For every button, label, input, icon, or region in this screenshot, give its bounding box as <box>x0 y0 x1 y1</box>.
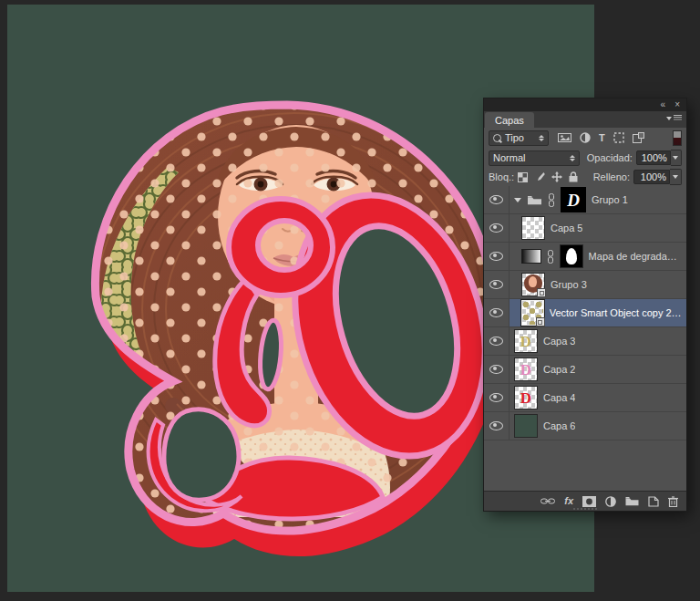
group-expand-triangle[interactable] <box>514 198 521 202</box>
filter-type-label: Tipo <box>505 132 524 143</box>
spin-arrows-icon <box>570 155 575 161</box>
layer-row-grupo-3[interactable]: Grupo 3 <box>484 271 686 299</box>
delete-layer-trash-icon[interactable] <box>668 496 678 507</box>
eye-icon <box>489 195 503 204</box>
layer-thumbnail[interactable] <box>521 216 545 240</box>
layer-thumbnail[interactable] <box>514 414 538 438</box>
visibility-toggle[interactable] <box>484 356 510 383</box>
panel-menu-icon[interactable] <box>666 115 682 121</box>
eye-icon <box>489 280 503 289</box>
fill-value[interactable]: 100% <box>633 170 670 184</box>
eye-icon <box>489 421 503 430</box>
tab-capas[interactable]: Capas <box>485 112 534 128</box>
lock-position-move-icon[interactable] <box>551 171 562 182</box>
layer-row-capa-5[interactable]: Capa 5 <box>484 214 686 243</box>
visibility-toggle[interactable] <box>484 186 510 213</box>
visibility-toggle[interactable] <box>484 299 510 326</box>
group-badge-icon <box>537 288 546 297</box>
group-folder-icon <box>527 195 542 205</box>
layer-name: Capa 2 <box>543 364 575 375</box>
new-adjustment-layer-icon[interactable] <box>605 496 616 507</box>
new-layer-icon[interactable] <box>648 496 659 507</box>
layer-name: Grupo 3 <box>551 279 587 290</box>
layer-row-capa-2[interactable]: D Capa 2 <box>484 356 686 384</box>
eye-icon <box>489 308 503 317</box>
lock-all-icon[interactable] <box>569 171 578 182</box>
add-layer-mask-icon[interactable] <box>582 496 596 507</box>
layer-name: Capa 4 <box>543 392 575 403</box>
spin-arrows-icon <box>539 135 544 141</box>
layer-name: Capa 5 <box>551 223 582 233</box>
blend-mode-select[interactable]: Normal <box>489 150 580 166</box>
filter-type-layers-icon[interactable]: T <box>599 132 605 143</box>
layer-name: Vector Smart Object copy 2 copi... <box>550 307 682 318</box>
layer-name: Capa 6 <box>543 420 575 431</box>
mask-link-icon <box>547 250 554 264</box>
lock-label: Bloq.: <box>489 171 514 182</box>
eye-icon <box>489 252 503 261</box>
menu-lines-icon <box>674 115 682 121</box>
layer-row-capa-4[interactable]: D Capa 4 <box>484 384 686 412</box>
group-thumbnail[interactable] <box>521 273 545 296</box>
filter-shape-layers-icon[interactable] <box>613 132 624 143</box>
filtering-toggle[interactable] <box>673 130 682 146</box>
panel-tab-bar: Capas <box>484 111 686 128</box>
eye-icon <box>489 393 503 402</box>
filter-type-select[interactable]: Tipo <box>489 130 549 146</box>
layer-row-capa-3[interactable]: D Capa 3 <box>484 327 686 356</box>
mask-link-icon <box>548 193 555 207</box>
layer-row-capa-6[interactable]: Capa 6 <box>484 412 686 440</box>
layer-thumbnail[interactable]: D <box>514 386 538 409</box>
close-panel-icon[interactable]: × <box>674 100 680 109</box>
lock-row: Bloq.: Relleno: 100% <box>484 168 686 186</box>
layer-list-empty-area <box>484 440 686 491</box>
blend-mode-value: Normal <box>493 152 525 163</box>
layer-row-vector-smart-object[interactable]: Vector Smart Object copy 2 copi... <box>484 299 686 327</box>
photoshop-workspace: « × Capas Tipo <box>0 0 700 601</box>
layer-name: Mapa de degradado 1 <box>589 251 682 262</box>
panel-resize-grip[interactable] <box>573 508 597 510</box>
group-mask-thumbnail[interactable]: D <box>561 187 586 212</box>
opacity-label: Opacidad: <box>587 152 633 163</box>
eye-icon <box>489 365 503 374</box>
visibility-toggle[interactable] <box>484 243 510 270</box>
link-layers-icon[interactable] <box>540 497 555 505</box>
smart-object-badge-icon <box>536 317 545 326</box>
fill-label: Relleno: <box>593 171 630 182</box>
visibility-toggle[interactable] <box>484 412 510 440</box>
layer-row-grupo-1[interactable]: D Grupo 1 <box>484 186 686 214</box>
layer-name: Capa 3 <box>543 336 575 347</box>
visibility-toggle[interactable] <box>484 271 510 298</box>
gradient-map-thumbnail[interactable] <box>521 249 541 264</box>
collapse-panel-icon[interactable]: « <box>661 100 666 109</box>
visibility-toggle[interactable] <box>484 214 510 242</box>
eye-icon <box>489 223 503 233</box>
panel-title-bar: « × <box>484 98 686 111</box>
opacity-dropdown-button[interactable] <box>671 150 682 166</box>
lock-pixels-brush-icon[interactable] <box>534 171 545 182</box>
search-icon <box>493 134 501 142</box>
layer-row-mapa-de-degradado-1[interactable]: Mapa de degradado 1 <box>484 243 686 271</box>
filter-pixel-layers-icon[interactable] <box>558 132 571 143</box>
layer-list: D Grupo 1 Capa 5 <box>484 186 686 491</box>
fill-dropdown-button[interactable] <box>670 169 682 185</box>
layer-mask-thumbnail[interactable] <box>560 244 583 268</box>
layer-thumbnail[interactable]: D <box>514 329 538 353</box>
panel-footer: fx <box>484 491 686 511</box>
smart-object-thumbnail[interactable] <box>521 300 544 326</box>
filter-row: Tipo T <box>484 128 686 148</box>
lock-transparency-icon[interactable] <box>518 172 528 182</box>
filter-smart-objects-icon[interactable] <box>633 132 644 143</box>
layer-effects-icon[interactable]: fx <box>564 496 573 506</box>
layer-thumbnail[interactable]: D <box>514 357 538 381</box>
tab-label: Capas <box>495 115 524 126</box>
new-group-icon[interactable] <box>625 496 639 506</box>
chevron-down-icon <box>666 117 672 120</box>
blend-row: Normal Opacidad: 100% <box>484 148 686 168</box>
visibility-toggle[interactable] <box>484 384 510 411</box>
layers-panel: « × Capas Tipo <box>484 98 686 511</box>
opacity-value[interactable]: 100% <box>636 150 671 165</box>
visibility-toggle[interactable] <box>484 327 510 355</box>
filter-adjustment-layers-icon[interactable] <box>580 132 591 143</box>
eye-icon <box>489 337 503 346</box>
